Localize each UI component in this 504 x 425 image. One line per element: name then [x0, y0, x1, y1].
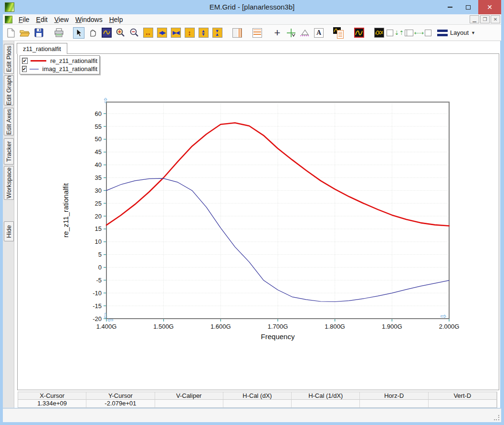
mdi-window-buttons: ▁ ❐ ✕ — [470, 15, 500, 23]
legend-item[interactable]: ✔imag_z11_rationalfit — [20, 65, 99, 73]
plot-panel: ✔re_z11_rationalfit✔imag_z11_rationalfit… — [17, 53, 499, 390]
multi-plot-icon[interactable] — [373, 27, 385, 39]
sidebar-tab-label: Workspace — [5, 167, 12, 198]
menu-edit[interactable]: Edit — [33, 15, 51, 24]
document-tab[interactable]: z11_rationalfit — [17, 43, 67, 54]
menu-help[interactable]: Help — [106, 15, 126, 24]
horizontal-stripes-icon[interactable] — [252, 27, 263, 39]
cursor-col-header: Y-Cursor — [86, 392, 155, 400]
y-arrows-out-icon[interactable]: ▲▼ — [198, 27, 209, 39]
svg-text:1.700G: 1.700G — [268, 323, 288, 330]
cursor-col-header: Horz-D — [360, 392, 428, 400]
layout-label: Layout — [450, 29, 469, 36]
zoom-in-icon[interactable] — [115, 27, 126, 39]
axis-pan-left-icon[interactable]: ⇦ — [107, 316, 114, 323]
maximize-button[interactable] — [460, 0, 476, 14]
save-icon[interactable] — [33, 27, 44, 39]
cursor-readout-table: X-CursorY-CursorV-CaliperH-Cal (dX)H-Cal… — [18, 392, 497, 408]
legend-checkbox[interactable]: ✔ — [22, 66, 27, 72]
close-icon: ✕ — [487, 3, 493, 11]
status-bar — [3, 408, 501, 422]
zoom-out-icon[interactable] — [128, 27, 140, 39]
y-expand-icon[interactable]: ↕ — [184, 27, 195, 39]
sidebar-tab-label: Tracker — [5, 141, 12, 162]
plot-workspace: z11_rationalfit ✔re_z11_rationalfit✔imag… — [14, 41, 500, 408]
open-file-icon[interactable] — [19, 27, 31, 39]
svg-text:1.500G: 1.500G — [153, 323, 174, 330]
menu-file[interactable]: File — [15, 15, 33, 24]
menu-windows[interactable]: Windows — [72, 15, 106, 24]
toolbar: ↔ ◀▶ ▶◀ ↕ ▲▼ ▼▲ + A ⇣⇡ — [3, 25, 501, 41]
sidebar-tab-tracker[interactable]: Tracker — [4, 138, 14, 165]
sidebar-tab-workspace[interactable]: Workspace — [4, 166, 14, 200]
axes-tracker-icon[interactable] — [285, 27, 297, 39]
pointer-tool-icon[interactable] — [73, 27, 84, 39]
svg-text:5: 5 — [98, 251, 102, 258]
cursor-col-header: H-Cal (1/dX) — [292, 392, 360, 400]
x-arrows-out-icon[interactable]: ◀▶ — [156, 27, 168, 39]
svg-text:1.400G: 1.400G — [96, 323, 117, 330]
svg-text:55: 55 — [95, 123, 102, 130]
cursor-col-value — [155, 400, 223, 407]
cursor-col-header: Vert-D — [429, 392, 497, 400]
print-icon[interactable] — [53, 27, 64, 39]
x-arrows-in-icon[interactable]: ▶◀ — [170, 27, 181, 39]
cursor-col-value: 1.334e+09 — [18, 400, 86, 407]
menu-view[interactable]: View — [51, 15, 72, 24]
cursor-col-header: H-Cal (dX) — [223, 392, 292, 400]
cursor-col-value — [292, 400, 360, 407]
maximize-icon — [466, 5, 471, 10]
legend-checkbox[interactable]: ✔ — [22, 58, 28, 64]
y-arrows-in-icon[interactable]: ▼▲ — [211, 27, 223, 39]
text-label-icon[interactable]: A — [313, 27, 325, 39]
mdi-minimize-button[interactable]: ▁ — [470, 15, 479, 23]
svg-text:-15: -15 — [93, 302, 102, 310]
minimize-button[interactable] — [442, 0, 458, 14]
legend-item[interactable]: ✔re_z11_rationalfit — [20, 57, 99, 65]
svg-text:60: 60 — [95, 110, 102, 117]
chart-svg[interactable]: -20-15-10-50510152025303540455055601.400… — [18, 54, 499, 390]
split-vertical-icon[interactable]: ⇣⇡ — [393, 27, 405, 39]
sidebar-tab-edit-axes[interactable]: Edit Axes — [4, 108, 14, 135]
sidebar-tab-edit-plots[interactable]: Edit Plots — [4, 44, 14, 74]
caliper-icon[interactable] — [299, 27, 311, 39]
single-plot-icon[interactable] — [353, 27, 365, 39]
pan-hand-icon[interactable] — [87, 27, 98, 39]
legend-line-sample — [30, 69, 38, 70]
menu-bar: FileEditViewWindowsHelp ▁ ❐ ✕ — [3, 14, 501, 25]
svg-text:-5: -5 — [96, 277, 102, 284]
cursor-col-value — [223, 400, 292, 407]
crosshair-icon[interactable]: + — [272, 27, 283, 39]
zoom-region-icon[interactable] — [101, 27, 112, 39]
layout-dropdown[interactable]: Layout ▼ — [437, 29, 475, 36]
x-expand-icon[interactable]: ↔ — [142, 27, 154, 39]
legend-label: imag_z11_rationalfit — [42, 65, 97, 73]
svg-text:10: 10 — [95, 238, 102, 245]
new-file-icon[interactable] — [5, 27, 17, 39]
sidebar-tab-edit-graph[interactable]: Edit Graph — [4, 75, 14, 105]
svg-text:25: 25 — [95, 200, 102, 207]
mdi-close-button[interactable]: ✕ — [491, 15, 500, 23]
axis-pan-right-icon[interactable]: ⇨ — [441, 312, 447, 320]
svg-text:-10: -10 — [93, 290, 102, 297]
mdi-restore-button[interactable]: ❐ — [480, 15, 490, 23]
document-tab-label: z11_rationalfit — [23, 45, 61, 52]
svg-text:20: 20 — [95, 213, 102, 220]
minimize-icon — [448, 7, 452, 8]
sidebar-tab-hide[interactable]: Hide — [4, 221, 14, 241]
cursor-col-value: -2.079e+01 — [86, 400, 155, 407]
vertical-stripes-icon[interactable] — [231, 27, 243, 39]
svg-text:35: 35 — [95, 174, 102, 181]
y-axis-label: re_z11_rationalfit — [62, 183, 70, 238]
svg-text:50: 50 — [95, 135, 102, 143]
resize-grip-icon[interactable] — [494, 415, 500, 421]
close-button[interactable]: ✕ — [478, 0, 501, 14]
copy-plot-icon[interactable] — [333, 27, 345, 39]
legend-label: re_z11_rationalfit — [50, 57, 97, 64]
title-bar: EM.Grid - [planarlesson3b] ✕ — [0, 0, 504, 14]
cursor-col-value — [429, 400, 497, 407]
svg-text:30: 30 — [95, 187, 102, 194]
split-horizontal-icon[interactable]: ⇠⇢ — [413, 27, 425, 39]
axis-pan-up-icon[interactable]: ⇧ — [103, 97, 109, 104]
cursor-col-header: V-Caliper — [155, 392, 223, 400]
